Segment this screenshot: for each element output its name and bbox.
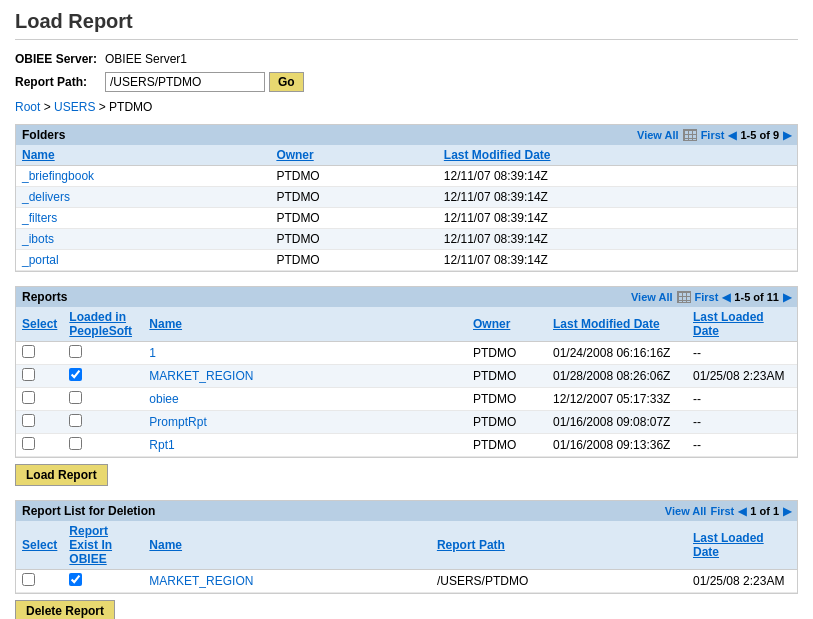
- report-select[interactable]: [16, 411, 63, 434]
- deletion-col-path: Report Path: [431, 521, 687, 570]
- table-row: MARKET_REGION /USERS/PTDMO 01/25/08 2:23…: [16, 570, 797, 593]
- table-row: _briefingbook PTDMO 12/11/07 08:39:14Z: [16, 166, 797, 187]
- table-row: obiee PTDMO 12/12/2007 05:17:33Z --: [16, 388, 797, 411]
- report-name: MARKET_REGION: [143, 365, 467, 388]
- report-loaded-checkbox[interactable]: [69, 437, 82, 450]
- report-select[interactable]: [16, 342, 63, 365]
- report-select-checkbox[interactable]: [22, 391, 35, 404]
- report-loaded-checkbox[interactable]: [69, 368, 82, 381]
- report-loaded[interactable]: [63, 411, 143, 434]
- table-row: MARKET_REGION PTDMO 01/28/2008 08:26:06Z…: [16, 365, 797, 388]
- folders-col-owner: Owner: [270, 145, 437, 166]
- deletion-next-arrow[interactable]: ▶: [783, 505, 791, 518]
- folders-nav: View All First ◀ 1-5 of 9 ▶: [637, 129, 791, 142]
- reports-nav: View All First ◀ 1-5 of 11 ▶: [631, 291, 791, 304]
- folders-prev-arrow[interactable]: ◀: [728, 129, 736, 142]
- folder-owner: PTDMO: [270, 208, 437, 229]
- deletion-nav: View All First ◀ 1 of 1 ▶: [665, 505, 791, 518]
- deletion-name: MARKET_REGION: [143, 570, 431, 593]
- deletion-col-lastloaded: Last Loaded Date: [687, 521, 797, 570]
- report-loaded[interactable]: [63, 365, 143, 388]
- reports-prev-arrow[interactable]: ◀: [722, 291, 730, 304]
- folders-col-lastmod: Last Modified Date: [438, 145, 797, 166]
- table-row: PromptRpt PTDMO 01/16/2008 09:08:07Z --: [16, 411, 797, 434]
- report-name: Rpt1: [143, 434, 467, 457]
- report-name: obiee: [143, 388, 467, 411]
- report-select-checkbox[interactable]: [22, 437, 35, 450]
- reports-view-all[interactable]: View All: [631, 291, 673, 303]
- report-path-input[interactable]: [105, 72, 265, 92]
- table-row: _delivers PTDMO 12/11/07 08:39:14Z: [16, 187, 797, 208]
- page-title: Load Report: [15, 10, 798, 40]
- report-loaded[interactable]: [63, 342, 143, 365]
- deletion-prev-arrow[interactable]: ◀: [738, 505, 746, 518]
- reports-col-name: Name: [143, 307, 467, 342]
- report-select-checkbox[interactable]: [22, 345, 35, 358]
- table-row: Rpt1 PTDMO 01/16/2008 09:13:36Z --: [16, 434, 797, 457]
- go-button[interactable]: Go: [269, 72, 304, 92]
- report-lastmod: 01/28/2008 08:26:06Z: [547, 365, 687, 388]
- delete-report-button[interactable]: Delete Report: [15, 600, 115, 619]
- folders-grid-icon[interactable]: [683, 129, 697, 141]
- report-path-label: Report Path:: [15, 75, 105, 89]
- deletion-exist[interactable]: [63, 570, 143, 593]
- report-lastmod: 12/12/2007 05:17:33Z: [547, 388, 687, 411]
- folder-name: _portal: [16, 250, 270, 271]
- reports-next-arrow[interactable]: ▶: [783, 291, 791, 304]
- reports-range: 1-5 of 11: [734, 291, 779, 303]
- folder-name: _filters: [16, 208, 270, 229]
- folder-name: _delivers: [16, 187, 270, 208]
- deletion-lastloaded: 01/25/08 2:23AM: [687, 570, 797, 593]
- report-loaded-checkbox[interactable]: [69, 391, 82, 404]
- report-loaded-checkbox[interactable]: [69, 414, 82, 427]
- report-select-checkbox[interactable]: [22, 368, 35, 381]
- report-loaded[interactable]: [63, 434, 143, 457]
- deletion-col-select: Select: [16, 521, 63, 570]
- report-lastmod: 01/16/2008 09:08:07Z: [547, 411, 687, 434]
- report-select[interactable]: [16, 365, 63, 388]
- deletion-view-all[interactable]: View All: [665, 505, 707, 517]
- server-value: OBIEE Server1: [105, 52, 187, 66]
- report-lastloaded: --: [687, 434, 797, 457]
- folder-lastmod: 12/11/07 08:39:14Z: [438, 166, 797, 187]
- report-owner: PTDMO: [467, 365, 547, 388]
- folders-view-all[interactable]: View All: [637, 129, 679, 141]
- breadcrumb-users[interactable]: USERS: [54, 100, 95, 114]
- folder-owner: PTDMO: [270, 166, 437, 187]
- table-row: 1 PTDMO 01/24/2008 06:16:16Z --: [16, 342, 797, 365]
- deletion-first[interactable]: First: [710, 505, 734, 517]
- deletion-col-exist: Report Exist In OBIEE: [63, 521, 143, 570]
- reports-col-lastmod: Last Modified Date: [547, 307, 687, 342]
- table-row: _filters PTDMO 12/11/07 08:39:14Z: [16, 208, 797, 229]
- report-loaded[interactable]: [63, 388, 143, 411]
- deletion-section: Report List for Deletion View All First …: [15, 500, 798, 619]
- report-owner: PTDMO: [467, 434, 547, 457]
- deletion-exist-checkbox[interactable]: [69, 573, 82, 586]
- folders-col-name: Name: [16, 145, 270, 166]
- folder-owner: PTDMO: [270, 187, 437, 208]
- report-lastmod: 01/24/2008 06:16:16Z: [547, 342, 687, 365]
- report-loaded-checkbox[interactable]: [69, 345, 82, 358]
- deletion-select-checkbox[interactable]: [22, 573, 35, 586]
- folder-name: _ibots: [16, 229, 270, 250]
- reports-col-loaded: Loaded in PeopleSoft: [63, 307, 143, 342]
- deletion-col-name: Name: [143, 521, 431, 570]
- report-select[interactable]: [16, 434, 63, 457]
- folder-lastmod: 12/11/07 08:39:14Z: [438, 187, 797, 208]
- table-row: _portal PTDMO 12/11/07 08:39:14Z: [16, 250, 797, 271]
- folder-owner: PTDMO: [270, 229, 437, 250]
- report-select[interactable]: [16, 388, 63, 411]
- report-select-checkbox[interactable]: [22, 414, 35, 427]
- breadcrumb-root[interactable]: Root: [15, 100, 40, 114]
- reports-table: Select Loaded in PeopleSoft Name Owner L…: [16, 307, 797, 457]
- deletion-select[interactable]: [16, 570, 63, 593]
- reports-title: Reports: [22, 290, 67, 304]
- reports-first[interactable]: First: [695, 291, 719, 303]
- report-owner: PTDMO: [467, 388, 547, 411]
- reports-grid-icon[interactable]: [677, 291, 691, 303]
- folders-next-arrow[interactable]: ▶: [783, 129, 791, 142]
- load-report-button[interactable]: Load Report: [15, 464, 108, 486]
- server-label: OBIEE Server:: [15, 52, 105, 66]
- folders-first[interactable]: First: [701, 129, 725, 141]
- deletion-title: Report List for Deletion: [22, 504, 155, 518]
